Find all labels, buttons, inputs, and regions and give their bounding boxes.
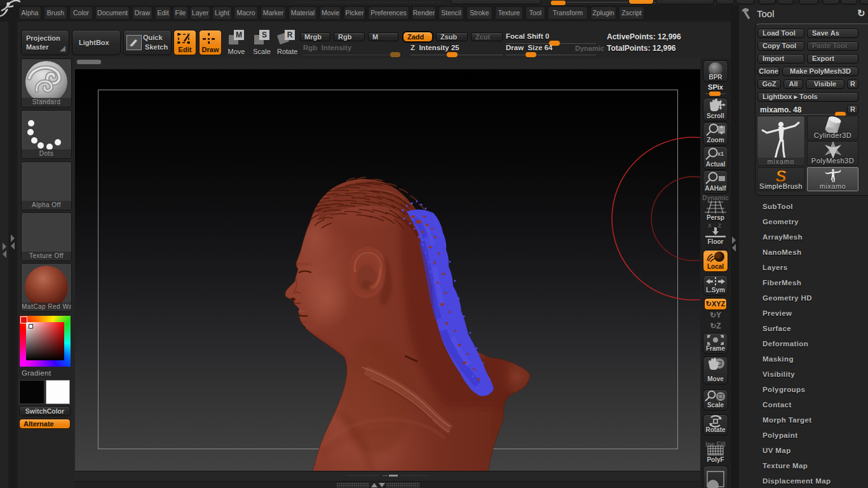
svg-text:S: S (775, 168, 787, 183)
svg-text:x1: x1 (717, 151, 724, 157)
